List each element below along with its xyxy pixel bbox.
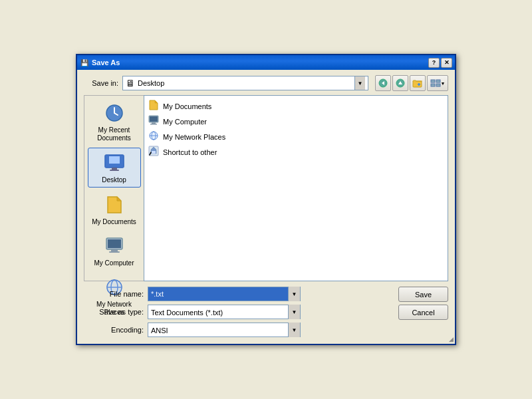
encoding-label: Encoding: [84,326,144,334]
savetype-arrow[interactable]: ▼ [288,305,300,319]
dialog-title: Save As [92,59,120,66]
savetype-label: Save as type: [84,308,144,316]
title-bar: 💾 Save As ? ✕ [77,55,455,70]
svg-rect-18 [108,239,121,248]
up-button[interactable] [392,75,408,91]
sidebar-item-computer-label: My Computer [94,259,134,267]
list-item[interactable]: My Documents [144,98,448,114]
toolbar-buttons: ▼ [375,75,448,91]
folder-icon: 🖥 [126,78,135,88]
svg-rect-34 [152,151,156,154]
main-area: My RecentDocuments Desktop [84,95,448,281]
views-button[interactable]: ▼ [427,75,448,91]
file-label-my-documents: My Documents [163,102,211,110]
save-in-value: Desktop [138,79,352,87]
save-in-arrow[interactable]: ▼ [354,76,365,90]
encoding-arrow[interactable]: ▼ [288,323,300,337]
savetype-row: Save as type: Text Documents (*.txt) ▼ [84,305,393,319]
file-label-my-computer: My Computer [163,118,207,126]
title-bar-left: 💾 Save As [80,58,120,67]
svg-rect-15 [112,168,117,170]
filename-field[interactable] [148,287,288,301]
filename-dropdown[interactable]: ▼ [148,287,301,301]
close-button[interactable]: ✕ [441,58,452,68]
svg-rect-26 [150,116,158,122]
file-icon-my-documents [148,100,159,112]
save-as-dialog: 💾 Save As ? ✕ Save in: 🖥 Desktop ▼ [76,54,456,345]
encoding-value: ANSI [148,323,288,336]
svg-rect-20 [109,251,120,253]
filename-input-wrapper: ▼ [148,287,301,301]
sidebar-item-computer[interactable]: My Computer [88,231,141,270]
sidebar-item-desktop[interactable]: Desktop [88,148,141,188]
svg-rect-14 [109,156,120,164]
list-item[interactable]: My Computer [144,114,448,129]
list-item[interactable]: My Network Places [144,129,448,144]
list-item[interactable]: Shortcut to other [144,144,448,160]
views-arrow-icon: ▼ [441,81,446,86]
bottom-section: File name: ▼ Save as type: Text Document… [84,287,448,337]
help-button[interactable]: ? [428,58,440,68]
filename-row: File name: ▼ [84,287,393,301]
svg-rect-19 [111,249,118,251]
encoding-dropdown[interactable]: ANSI ▼ [148,323,301,337]
svg-rect-16 [110,170,119,171]
file-label-shortcut: Shortcut to other [163,148,217,156]
save-in-label: Save in: [84,79,118,87]
resize-handle[interactable]: ◢ [449,336,454,342]
desktop-icon [102,151,126,175]
title-bar-buttons: ? ✕ [428,58,452,68]
create-folder-button[interactable] [410,75,426,91]
fields-area: File name: ▼ Save as type: Text Document… [84,287,393,337]
filename-label: File name: [84,290,144,298]
sidebar-item-recent[interactable]: My RecentDocuments [88,98,141,145]
savetype-dropdown[interactable]: Text Documents (*.txt) ▼ [148,305,301,319]
svg-rect-27 [152,122,156,124]
svg-rect-9 [431,84,435,86]
svg-rect-8 [436,80,440,82]
sidebar-item-desktop-label: Desktop [102,176,126,184]
sidebar-item-documents[interactable]: My Documents [88,190,141,229]
left-panel: My RecentDocuments Desktop [84,95,144,281]
dialog-icon: 💾 [80,58,89,67]
file-list[interactable]: My Documents My Computer [144,95,448,281]
sidebar-item-recent-label: My RecentDocuments [97,126,131,142]
encoding-row: Encoding: ANSI ▼ [84,323,393,337]
file-icon-my-network-places [148,130,159,143]
svg-rect-10 [436,84,440,86]
save-button[interactable]: Save [398,287,448,302]
savetype-value: Text Documents (*.txt) [148,305,288,319]
svg-point-32 [150,132,158,140]
sidebar-item-documents-label: My Documents [92,218,136,226]
filename-arrow[interactable]: ▼ [288,287,300,301]
svg-rect-28 [150,124,157,125]
back-button[interactable] [375,75,391,91]
file-label-my-network-places: My Network Places [163,133,225,141]
file-icon-my-computer [148,115,159,128]
recent-icon [102,101,126,125]
svg-rect-4 [413,81,422,87]
dialog-body: Save in: 🖥 Desktop ▼ [77,70,455,344]
cancel-button[interactable]: Cancel [398,305,448,320]
action-buttons: Save Cancel [398,287,448,320]
computer-icon [102,234,126,258]
file-icon-shortcut [148,146,159,158]
save-in-dropdown[interactable]: 🖥 Desktop ▼ [122,76,368,90]
save-in-row: Save in: 🖥 Desktop ▼ [84,75,448,91]
documents-icon [102,193,126,217]
svg-rect-7 [431,80,435,82]
